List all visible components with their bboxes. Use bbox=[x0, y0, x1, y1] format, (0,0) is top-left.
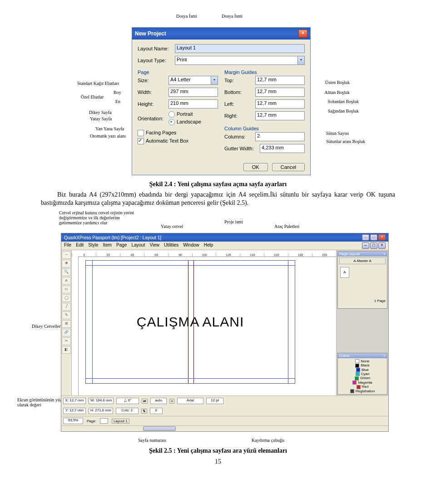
layout-tab[interactable]: Layout 1 bbox=[112, 419, 129, 424]
menu-utilities[interactable]: Utilities bbox=[164, 242, 178, 249]
measure-font[interactable]: Arial bbox=[177, 398, 203, 404]
app-titlebar[interactable]: QuarkXPress Passport (tm) [Project2 : La… bbox=[61, 233, 388, 242]
measure-size[interactable]: 12 pt bbox=[206, 398, 223, 404]
zoom-field[interactable]: 93,5% bbox=[63, 418, 83, 424]
layout-type-label: Layout Type: bbox=[138, 58, 175, 63]
master-item[interactable]: A-Master A bbox=[339, 257, 386, 264]
horizontal-scrollbar[interactable] bbox=[61, 425, 388, 431]
document-page[interactable]: ÇALIŞMA ALANI bbox=[85, 260, 295, 384]
menu-layout[interactable]: Layout bbox=[131, 242, 145, 249]
bottom-input[interactable]: 12,7 mm bbox=[255, 88, 305, 97]
tool-item[interactable]: ▭ bbox=[62, 286, 71, 293]
tool-item[interactable]: 🔍 bbox=[62, 268, 71, 276]
height-input[interactable]: 210 mm bbox=[168, 99, 218, 109]
ruler-vertical[interactable] bbox=[72, 257, 79, 395]
width-input[interactable]: 297 mm bbox=[168, 88, 218, 97]
layout-name-input[interactable]: Layout 1 bbox=[175, 44, 305, 53]
tool-item[interactable]: ◧ bbox=[62, 346, 71, 354]
left-input[interactable]: 12,7 mm bbox=[255, 99, 305, 109]
measure-auto[interactable]: auto bbox=[150, 398, 167, 404]
flip-v-icon[interactable]: ⇅ bbox=[141, 409, 147, 414]
menu-file[interactable]: File bbox=[64, 242, 71, 249]
ruler-horizontal[interactable]: 0 20 40 60 80 100 120 140 160 180 200 bbox=[72, 250, 336, 257]
ruler-tick: 80 bbox=[168, 253, 192, 257]
columns-input[interactable]: 2 bbox=[255, 132, 305, 141]
tool-item[interactable]: ⊞ bbox=[62, 320, 71, 328]
page-label: Page: bbox=[87, 419, 96, 423]
color-swatch-row[interactable]: Registration bbox=[339, 389, 386, 393]
tool-item[interactable]: 🔗 bbox=[62, 329, 71, 336]
measurements-bar[interactable]: X: 12,7 mm W: 184,6 mm △ 0° ⇄ auto ≡ Ari… bbox=[61, 395, 388, 406]
chevron-down-icon[interactable]: ▾ bbox=[211, 76, 218, 85]
doc-minimize-icon[interactable]: – bbox=[362, 242, 369, 249]
auto-text-box-check[interactable] bbox=[138, 138, 144, 144]
tool-item[interactable]: ✂ bbox=[62, 337, 71, 345]
tool-item[interactable]: ↔ bbox=[62, 251, 71, 259]
page-thumb[interactable]: A bbox=[340, 267, 349, 278]
chevron-down-icon[interactable]: ▾ bbox=[298, 56, 305, 65]
color-swatch-row[interactable]: Green bbox=[339, 376, 386, 380]
measure-cols[interactable]: Cols: 2 bbox=[116, 408, 139, 414]
measure-h[interactable]: H: 271,6 mm bbox=[89, 408, 113, 414]
measure-zero[interactable]: 0 bbox=[150, 408, 163, 414]
ann-arac-paletleri: Araç Paletleri bbox=[274, 224, 299, 229]
menu-window[interactable]: Window bbox=[183, 242, 199, 249]
close-icon[interactable]: × bbox=[378, 234, 386, 241]
width-label: Width: bbox=[138, 89, 168, 95]
height-label: Height: bbox=[138, 101, 168, 107]
menu-item[interactable]: Item bbox=[103, 242, 112, 249]
tool-item[interactable]: ✎ bbox=[62, 311, 71, 319]
menu-edit[interactable]: Edit bbox=[76, 242, 84, 249]
menu-view[interactable]: View bbox=[149, 242, 159, 249]
canvas-area[interactable]: 0 20 40 60 80 100 120 140 160 180 200 bbox=[72, 250, 337, 395]
color-swatch-row[interactable]: Blue bbox=[339, 368, 386, 372]
ruler-tick: 20 bbox=[96, 253, 120, 257]
dialog-titlebar[interactable]: New Project × bbox=[132, 28, 310, 40]
tool-item[interactable]: ✥ bbox=[62, 260, 71, 267]
top-input[interactable]: 12,7 mm bbox=[255, 76, 305, 85]
tool-item[interactable]: ◯ bbox=[62, 294, 71, 302]
color-swatch-row[interactable]: Magenta bbox=[339, 380, 386, 385]
page-layout-palette[interactable]: Page Layout× A-Master A A 1 Page bbox=[337, 251, 387, 309]
doc-maximize-icon[interactable]: □ bbox=[370, 242, 377, 249]
measure-y[interactable]: Y: 12,7 mm bbox=[63, 408, 86, 414]
menubar[interactable]: File Edit Style Item Page Layout View Ut… bbox=[61, 242, 388, 250]
maximize-icon[interactable]: □ bbox=[370, 234, 377, 241]
scrollbar-thumb[interactable] bbox=[143, 426, 176, 431]
color-swatch-row[interactable]: None bbox=[339, 359, 386, 363]
cancel-button[interactable]: Cancel bbox=[272, 163, 305, 171]
facing-pages-label: Facing Pages bbox=[146, 130, 176, 135]
color-swatch-row[interactable]: Red bbox=[339, 385, 386, 389]
minimize-icon[interactable]: – bbox=[362, 234, 369, 241]
menu-help[interactable]: Help bbox=[204, 242, 213, 249]
facing-pages-check[interactable] bbox=[138, 130, 144, 136]
layout-type-select[interactable]: Print bbox=[175, 56, 298, 65]
ann-cetvel-box: Cetvel orjinal kutusu cetvel orjinin yer… bbox=[59, 210, 141, 225]
tool-item[interactable]: A bbox=[62, 277, 71, 285]
tool-item[interactable]: ╱ bbox=[62, 303, 71, 311]
doc-close-icon[interactable]: × bbox=[378, 242, 386, 249]
size-select[interactable]: A4 Letter bbox=[168, 76, 211, 85]
gutter-input[interactable]: 4,233 mm bbox=[260, 144, 305, 153]
align-icon[interactable]: ≡ bbox=[169, 399, 174, 404]
landscape-radio[interactable] bbox=[168, 119, 175, 125]
menu-style[interactable]: Style bbox=[88, 242, 98, 249]
flip-icon[interactable]: ⇄ bbox=[142, 399, 148, 404]
color-swatch-row[interactable]: Cyan bbox=[339, 372, 386, 376]
measure-w[interactable]: W: 184,6 mm bbox=[89, 398, 114, 404]
ok-button[interactable]: OK bbox=[243, 163, 268, 171]
measurements-bar-2[interactable]: Y: 12,7 mm H: 271,6 mm Cols: 2 ⇅ 0 bbox=[61, 406, 388, 416]
palette-close-icon[interactable]: × bbox=[383, 354, 386, 358]
colors-palette[interactable]: Colors× NoneBlackBlueCyanGreenMagentaRed… bbox=[337, 353, 387, 395]
color-swatch-row[interactable]: Black bbox=[339, 363, 386, 367]
close-icon[interactable]: × bbox=[298, 30, 307, 38]
measure-x[interactable]: X: 12,7 mm bbox=[63, 398, 86, 404]
right-input[interactable]: 12,7 mm bbox=[255, 111, 305, 120]
page-nav-icon[interactable] bbox=[100, 418, 108, 424]
menu-page[interactable]: Page bbox=[116, 242, 127, 249]
ann-oto: Otomatik yazı alanı bbox=[90, 133, 126, 138]
column-section-head: Column Guides bbox=[224, 124, 305, 132]
palette-close-icon[interactable]: × bbox=[383, 252, 386, 256]
measure-angle[interactable]: △ 0° bbox=[116, 398, 139, 404]
portrait-radio[interactable] bbox=[168, 111, 175, 118]
